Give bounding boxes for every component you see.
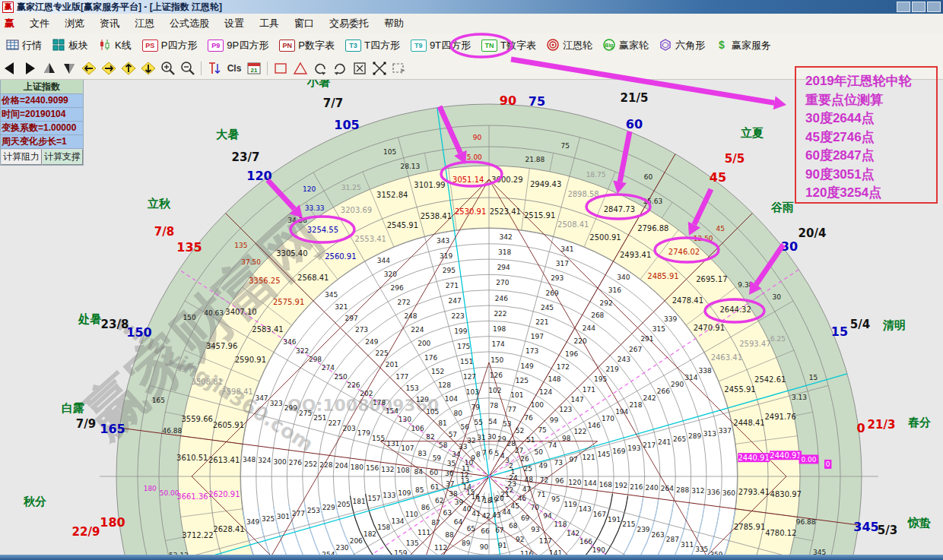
svg-text:107: 107 bbox=[401, 445, 414, 452]
svg-text:346: 346 bbox=[283, 338, 296, 346]
calc-support-button[interactable]: 计算支撑 bbox=[42, 149, 83, 165]
svg-text:152: 152 bbox=[431, 368, 444, 375]
T四方形-button[interactable]: T3T四方形 bbox=[339, 37, 405, 54]
solar-term-date-label: 5/3 bbox=[878, 524, 897, 537]
svg-text:125: 125 bbox=[516, 377, 529, 384]
solar-term-label: 白露 bbox=[62, 401, 84, 415]
svg-text:291: 291 bbox=[640, 335, 653, 343]
menu-item-资讯[interactable]: 资讯 bbox=[92, 14, 127, 33]
svg-text:275: 275 bbox=[299, 410, 312, 417]
svg-text:24: 24 bbox=[509, 474, 518, 482]
rect-tool-button[interactable] bbox=[271, 60, 290, 77]
solar-term-date-label: 23/8 bbox=[101, 318, 129, 331]
cross-button[interactable] bbox=[370, 60, 389, 77]
9T四方形-button[interactable]: T99T四方形 bbox=[405, 37, 475, 54]
svg-text:6: 6 bbox=[488, 448, 493, 456]
menu-item-公式选股[interactable]: 公式选股 bbox=[162, 14, 217, 33]
svg-text:2508.41: 2508.41 bbox=[557, 220, 589, 229]
9P四方形-button[interactable]: P99P四方形 bbox=[202, 37, 273, 54]
svg-text:44: 44 bbox=[502, 508, 511, 516]
toolbar-label: T四方形 bbox=[364, 39, 400, 52]
maximize-button[interactable] bbox=[912, 2, 926, 12]
svg-text:31: 31 bbox=[477, 434, 485, 441]
triangle-tool-button[interactable] bbox=[291, 60, 310, 77]
t-cursor-button[interactable] bbox=[205, 60, 224, 77]
svg-text:144: 144 bbox=[584, 479, 597, 487]
dash-box-button[interactable] bbox=[390, 60, 408, 77]
box-x-button[interactable] bbox=[351, 60, 369, 77]
svg-text:35: 35 bbox=[447, 460, 456, 467]
menu-item-窗口[interactable]: 窗口 bbox=[287, 14, 322, 33]
svg-text:153: 153 bbox=[406, 384, 419, 392]
svg-text:135: 135 bbox=[406, 539, 419, 547]
svg-text:$: $ bbox=[719, 39, 725, 51]
svg-text:336: 336 bbox=[707, 489, 720, 496]
annotation-arrow-head bbox=[749, 281, 761, 295]
svg-text:272: 272 bbox=[397, 299, 410, 306]
svg-text:150: 150 bbox=[491, 356, 503, 364]
toolbar-label: 六角形 bbox=[675, 39, 705, 52]
svg-text:240: 240 bbox=[646, 484, 659, 492]
calendar-button[interactable]: 21 bbox=[245, 60, 263, 77]
K线-button[interactable]: K线 bbox=[93, 37, 136, 55]
menu-item-浏览[interactable]: 浏览 bbox=[57, 14, 92, 33]
svg-text:55: 55 bbox=[474, 419, 482, 426]
annotation-arrow bbox=[620, 131, 630, 182]
toolbar-label: 赢家服务 bbox=[732, 39, 771, 52]
svg-text:195: 195 bbox=[594, 375, 607, 383]
svg-text:27: 27 bbox=[515, 447, 523, 454]
svg-text:73: 73 bbox=[554, 459, 562, 467]
svg-text:292: 292 bbox=[600, 299, 613, 307]
svg-text:106: 106 bbox=[411, 425, 424, 432]
zoom-in-button[interactable] bbox=[159, 60, 177, 77]
dia-up-button[interactable] bbox=[119, 60, 138, 77]
svg-text:200: 200 bbox=[418, 340, 430, 347]
cls-label[interactable]: Cls bbox=[225, 60, 243, 77]
svg-text:156: 156 bbox=[366, 464, 379, 472]
minimize-button[interactable] bbox=[897, 2, 910, 12]
rotate-left-button[interactable] bbox=[311, 60, 329, 77]
svg-text:120: 120 bbox=[303, 185, 316, 193]
P数字表-button[interactable]: PNP数字表 bbox=[273, 37, 339, 54]
TN-icon: TN bbox=[481, 40, 497, 52]
menu-item-设置[interactable]: 设置 bbox=[217, 14, 252, 33]
svg-text:360: 360 bbox=[722, 489, 735, 497]
outer-degree-label: 45 bbox=[710, 170, 726, 185]
svg-text:109: 109 bbox=[398, 489, 411, 497]
svg-text:223: 223 bbox=[451, 312, 464, 320]
svg-text:87: 87 bbox=[431, 519, 440, 527]
江恩轮-button[interactable]: 江恩轮 bbox=[541, 37, 597, 55]
dia-down-button[interactable] bbox=[139, 60, 157, 77]
zoom-out-button[interactable] bbox=[179, 60, 197, 77]
tri-up-button[interactable] bbox=[40, 60, 59, 77]
svg-text:250: 250 bbox=[335, 373, 348, 381]
板块-button[interactable]: 板块 bbox=[46, 37, 93, 55]
svg-text:2: 2 bbox=[509, 462, 513, 470]
close-button[interactable] bbox=[927, 2, 941, 12]
dia-left-button[interactable] bbox=[80, 60, 98, 77]
rotate-right-button[interactable] bbox=[331, 60, 349, 77]
T数字表-button[interactable]: TNT数字表 bbox=[475, 37, 541, 54]
menu-item-文件[interactable]: 文件 bbox=[22, 14, 57, 33]
tri-down-button[interactable] bbox=[60, 60, 78, 77]
menu-item-交易委托[interactable]: 交易委托 bbox=[322, 14, 376, 33]
svg-text:169: 169 bbox=[612, 448, 625, 455]
dia-right-button[interactable] bbox=[100, 60, 118, 77]
menu-item-工具[interactable]: 工具 bbox=[252, 14, 287, 33]
svg-text:59: 59 bbox=[433, 454, 442, 462]
tri-right-button[interactable] bbox=[21, 60, 39, 77]
svg-text:40.63: 40.63 bbox=[204, 309, 224, 317]
P四方形-button[interactable]: PSP四方形 bbox=[136, 37, 202, 54]
svg-text:167: 167 bbox=[593, 511, 606, 518]
六角形-button[interactable]: 六角形 bbox=[653, 37, 710, 55]
menu-item-帮助[interactable]: 帮助 bbox=[376, 14, 411, 33]
menu-item-江恩[interactable]: 江恩 bbox=[127, 14, 162, 33]
svg-text:34: 34 bbox=[452, 451, 461, 458]
svg-text:298: 298 bbox=[309, 356, 322, 363]
赢家服务-button[interactable]: $赢家服务 bbox=[710, 37, 776, 55]
tri-left-button[interactable] bbox=[1, 60, 19, 77]
行情-button[interactable]: 行情 bbox=[0, 37, 46, 55]
calc-resistance-button[interactable]: 计算阻力 bbox=[1, 149, 42, 165]
赢家轮-button[interactable]: Big赢家轮 bbox=[597, 37, 653, 55]
svg-text:118: 118 bbox=[554, 520, 567, 528]
